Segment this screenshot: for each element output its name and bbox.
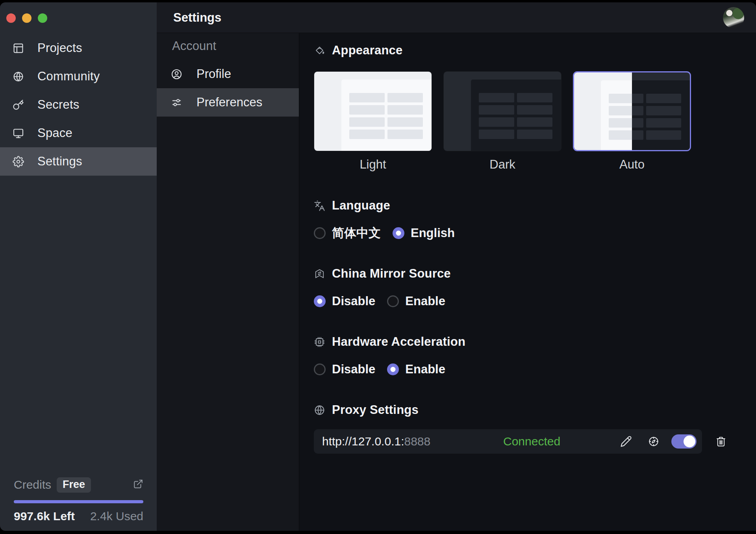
credits-panel: Credits Free 997.6k Left 2.4k Used xyxy=(0,477,157,531)
toggle-knob xyxy=(684,436,695,447)
language-header: Language xyxy=(314,198,726,213)
user-circle-icon xyxy=(171,69,182,80)
subnav-section-label: Account xyxy=(157,38,299,54)
sidebar-item-label: Secrets xyxy=(37,98,80,112)
languages-icon xyxy=(314,200,325,211)
china-mirror-options: Disable Enable xyxy=(314,294,726,309)
titlebar: Settings xyxy=(157,2,756,33)
theme-label: Light xyxy=(314,158,432,172)
sidebar-item-label: Community xyxy=(37,69,100,83)
sidebar-item-label: Settings xyxy=(37,154,82,169)
subnav-item-profile[interactable]: Profile xyxy=(157,60,299,88)
proxy-status-badge: Connected xyxy=(503,435,620,448)
content-region: Settings Account Profile Preferences xyxy=(157,2,756,531)
compass-icon xyxy=(648,436,660,447)
radio-option-hw-enable[interactable]: Enable xyxy=(387,362,445,376)
theme-preview-light xyxy=(314,71,432,151)
credits-progress-bar xyxy=(14,500,143,503)
proxy-settings-header: Proxy Settings xyxy=(314,402,726,417)
plan-badge: Free xyxy=(57,477,91,493)
radio-option-english[interactable]: English xyxy=(393,226,455,240)
subnav-item-preferences[interactable]: Preferences xyxy=(157,88,299,117)
external-link-icon[interactable] xyxy=(133,479,143,491)
proxy-url-value: http://127.0.0.1:8888 xyxy=(322,435,503,448)
radio-label: Enable xyxy=(405,294,445,308)
user-avatar[interactable] xyxy=(723,7,744,28)
proxy-toggle-on[interactable] xyxy=(671,434,697,449)
proxy-entry-row: http://127.0.0.1:8888 Connected xyxy=(314,429,702,454)
theme-preview-dark xyxy=(443,71,561,151)
close-window-button[interactable] xyxy=(6,13,16,23)
theme-label: Auto xyxy=(573,158,691,172)
mirror-source-icon xyxy=(314,268,325,280)
sidebar-item-projects[interactable]: Projects xyxy=(0,34,157,62)
edit-proxy-button[interactable] xyxy=(620,436,632,447)
sidebar-item-label: Space xyxy=(37,126,72,140)
theme-preview-auto xyxy=(573,71,691,151)
sidebar: Projects Community Secrets Space Setting… xyxy=(0,2,157,531)
credits-left-value: 997.6k Left xyxy=(14,510,75,523)
credits-label: Credits xyxy=(14,478,51,491)
radio-option-mirror-enable[interactable]: Enable xyxy=(387,294,445,308)
theme-options: Light Dark Auto xyxy=(314,71,726,172)
pencil-icon xyxy=(620,436,632,447)
sidebar-item-label: Projects xyxy=(37,41,82,55)
theme-label: Dark xyxy=(443,158,561,172)
radio-circle-selected[interactable] xyxy=(387,363,399,375)
sidebar-item-space[interactable]: Space xyxy=(0,119,157,147)
sliders-icon xyxy=(171,97,182,108)
radio-option-chinese[interactable]: 简体中文 xyxy=(314,225,381,241)
subnav-item-label: Preferences xyxy=(196,95,262,109)
radio-label: Disable xyxy=(332,362,375,376)
radio-label: English xyxy=(411,226,455,240)
minimize-window-button[interactable] xyxy=(22,13,32,23)
hardware-acceleration-options: Disable Enable xyxy=(314,362,726,377)
theme-option-auto[interactable]: Auto xyxy=(573,71,691,172)
theme-option-light[interactable]: Light xyxy=(314,71,432,172)
radio-circle[interactable] xyxy=(387,295,399,307)
test-proxy-button[interactable] xyxy=(648,436,660,447)
radio-circle-selected[interactable] xyxy=(314,295,326,307)
globe-icon xyxy=(314,404,325,416)
app-window: Projects Community Secrets Space Setting… xyxy=(0,2,756,531)
radio-option-hw-disable[interactable]: Disable xyxy=(314,362,375,376)
monitor-icon xyxy=(13,128,24,139)
trash-icon xyxy=(715,436,726,447)
sidebar-item-community[interactable]: Community xyxy=(0,62,157,91)
theme-option-dark[interactable]: Dark xyxy=(443,71,561,172)
section-title: Language xyxy=(332,198,390,213)
radio-label: Enable xyxy=(405,362,445,376)
panels-icon xyxy=(13,43,24,54)
section-title: China Mirror Source xyxy=(332,267,451,281)
radio-circle[interactable] xyxy=(314,227,326,239)
proxy-port-value: 8888 xyxy=(404,435,431,448)
china-mirror-header: China Mirror Source xyxy=(314,266,726,281)
section-title: Proxy Settings xyxy=(332,403,419,417)
appearance-header: Appearance xyxy=(314,43,726,58)
preferences-panel: Appearance Light Dark xyxy=(299,33,756,531)
zoom-window-button[interactable] xyxy=(38,13,47,23)
hardware-acceleration-header: Hardware Acceleration xyxy=(314,334,726,349)
settings-subnav: Account Profile Preferences xyxy=(157,33,299,531)
gear-icon xyxy=(13,156,24,167)
sidebar-nav: Projects Community Secrets Space Setting… xyxy=(0,34,157,176)
radio-circle-selected[interactable] xyxy=(393,227,404,239)
radio-label: Disable xyxy=(332,294,375,308)
subnav-item-label: Profile xyxy=(196,67,231,81)
globe-icon xyxy=(13,71,24,82)
delete-proxy-button[interactable] xyxy=(715,436,726,447)
cpu-icon xyxy=(314,336,325,348)
section-title: Appearance xyxy=(332,43,402,57)
language-options: 简体中文 English xyxy=(314,226,726,241)
key-icon xyxy=(13,99,24,111)
sidebar-item-settings[interactable]: Settings xyxy=(0,147,157,176)
radio-option-mirror-disable[interactable]: Disable xyxy=(314,294,375,308)
sidebar-item-secrets[interactable]: Secrets xyxy=(0,91,157,119)
window-controls xyxy=(0,2,157,34)
paint-bucket-icon xyxy=(314,45,325,56)
page-title: Settings xyxy=(173,11,221,25)
credits-used-value: 2.4k Used xyxy=(90,510,143,523)
radio-label: 简体中文 xyxy=(332,225,381,241)
section-title: Hardware Acceleration xyxy=(332,335,465,349)
radio-circle[interactable] xyxy=(314,363,326,375)
